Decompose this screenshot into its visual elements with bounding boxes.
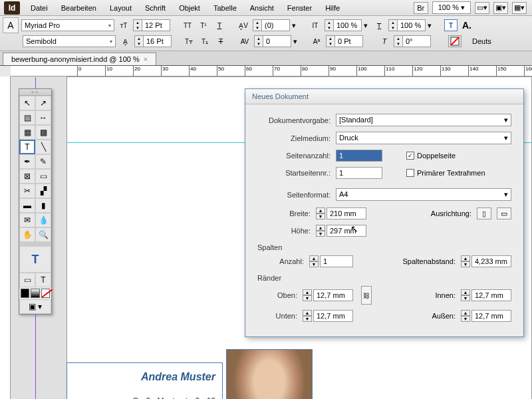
outer-spinner[interactable]: ▲▼: [461, 310, 470, 322]
page-tool[interactable]: ▤: [19, 110, 35, 125]
rectangle-frame-tool[interactable]: ⊠: [19, 169, 35, 184]
line-tool[interactable]: ╲: [35, 140, 51, 154]
baseline-input[interactable]: 0 Pt: [335, 35, 363, 47]
bottom-spinner[interactable]: ▲▼: [303, 310, 312, 322]
menu-schrift[interactable]: Schrift: [138, 1, 172, 15]
eyedropper-tool[interactable]: 💧: [35, 213, 51, 227]
subscript-icon[interactable]: T₁: [198, 35, 211, 47]
kerning-spinner[interactable]: ▲▼: [253, 19, 262, 31]
tracking-input[interactable]: 0: [263, 35, 291, 47]
intent-select[interactable]: Druck▾: [336, 132, 511, 144]
font-family-select[interactable]: Myriad Pro▾: [21, 19, 114, 31]
note-tool[interactable]: ✉: [19, 213, 35, 227]
menu-objekt[interactable]: Objekt: [172, 1, 207, 15]
bridge-icon[interactable]: Br: [414, 2, 428, 14]
arrange-icon[interactable]: ▦▾: [512, 2, 527, 14]
colcount-input[interactable]: [320, 255, 353, 267]
height-input[interactable]: [327, 225, 366, 237]
width-input[interactable]: [327, 207, 366, 219]
smallcaps-icon[interactable]: Tᴛ: [182, 35, 196, 47]
applicant-photo[interactable]: [226, 349, 313, 399]
close-tab-icon[interactable]: ×: [144, 55, 148, 63]
fill-text-icon[interactable]: T: [444, 19, 458, 31]
vertical-ruler[interactable]: [0, 76, 11, 399]
skew-spinner[interactable]: ▲▼: [394, 35, 403, 47]
scissors-tool[interactable]: ✂: [19, 184, 35, 198]
menu-bearbeiten[interactable]: Bearbeiten: [55, 1, 103, 15]
preset-select[interactable]: [Standard]▾: [336, 114, 511, 126]
primary-checkbox[interactable]: Primärer Textrahmen: [406, 169, 485, 177]
pageformat-select[interactable]: A4▾: [336, 188, 511, 201]
panel-grip[interactable]: [19, 89, 51, 96]
view-mode-toggle[interactable]: ▣ ▾: [19, 299, 51, 314]
outer-input[interactable]: [471, 310, 511, 322]
gutter-input[interactable]: [471, 255, 511, 267]
strikethrough-icon[interactable]: T: [214, 35, 227, 47]
portrait-icon[interactable]: ▯: [477, 207, 491, 219]
facing-checkbox[interactable]: ✓Doppelseite: [406, 152, 456, 160]
height-spinner[interactable]: ▲▼: [316, 225, 325, 237]
hscale-input[interactable]: 100 %: [398, 19, 426, 31]
stroke-none-icon[interactable]: [448, 35, 462, 47]
superscript-icon[interactable]: T¹: [197, 19, 210, 31]
font-size-spinner[interactable]: ▲▼: [133, 19, 142, 31]
pen-tool[interactable]: ✒: [19, 154, 35, 169]
menu-fenster[interactable]: Fenster: [281, 1, 319, 15]
apply-gradient-icon[interactable]: [31, 289, 39, 298]
font-weight-select[interactable]: Semibold▾: [23, 35, 116, 47]
character-format-icon[interactable]: A.: [460, 19, 473, 31]
width-spinner[interactable]: ▲▼: [316, 207, 325, 219]
apply-color-icon[interactable]: [21, 289, 29, 298]
top-input[interactable]: [313, 289, 353, 301]
gutter-spinner[interactable]: ▲▼: [461, 255, 470, 267]
screen-mode-icon[interactable]: ▣▾: [493, 2, 508, 14]
rectangle-tool[interactable]: ▭: [35, 169, 51, 184]
menu-hilfe[interactable]: Hilfe: [319, 1, 346, 15]
font-size-input[interactable]: 12 Pt: [142, 19, 170, 31]
text-frame[interactable]: Andrea Muster Große Musterstraße 13: [66, 362, 223, 399]
gradient-swatch-tool[interactable]: ▬: [19, 198, 35, 213]
baseline-spinner[interactable]: ▲▼: [326, 35, 335, 47]
menu-ansicht[interactable]: Ansicht: [243, 1, 281, 15]
leading-input[interactable]: 16 Pt: [144, 35, 172, 47]
type-tool[interactable]: T: [19, 140, 35, 154]
content-collector-tool[interactable]: ▦: [19, 125, 35, 140]
start-input[interactable]: [336, 167, 382, 179]
link-margins-icon[interactable]: ⛓: [361, 286, 372, 305]
view-options-icon[interactable]: ▭▾: [475, 2, 489, 14]
horizontal-ruler[interactable]: 0102030405060708090100110120130140150160…: [11, 66, 532, 76]
colcount-spinner[interactable]: ▲▼: [309, 255, 319, 267]
selection-tool[interactable]: ↖: [19, 96, 35, 110]
bottom-input[interactable]: [313, 310, 353, 322]
vscale-input[interactable]: 100 %: [334, 19, 362, 31]
landscape-icon[interactable]: ▭: [497, 207, 511, 219]
zoom-level[interactable]: 100 % ▾: [432, 1, 471, 14]
free-transform-tool[interactable]: ▞: [35, 184, 51, 198]
fill-stroke-proxy[interactable]: T: [19, 246, 51, 273]
menu-layout[interactable]: Layout: [103, 1, 138, 15]
pages-input[interactable]: [336, 150, 382, 162]
direct-selection-tool[interactable]: ↗: [35, 96, 51, 110]
gradient-feather-tool[interactable]: ▮: [35, 198, 51, 213]
formatting-container-icon[interactable]: ▭: [19, 273, 35, 287]
hscale-spinner[interactable]: ▲▼: [388, 19, 398, 31]
inner-input[interactable]: [471, 289, 511, 301]
tracking-spinner[interactable]: ▲▼: [254, 35, 263, 47]
menu-tabelle[interactable]: Tabelle: [207, 1, 243, 15]
kerning-input[interactable]: (0): [262, 19, 290, 31]
content-placer-tool[interactable]: ▩: [35, 125, 51, 140]
character-mode-icon[interactable]: A: [3, 17, 19, 33]
top-spinner[interactable]: ▲▼: [303, 289, 312, 301]
formatting-text-icon[interactable]: T: [35, 273, 51, 287]
skew-input[interactable]: 0°: [403, 35, 431, 47]
leading-spinner[interactable]: ▲▼: [134, 35, 144, 47]
document-tab[interactable]: bewerbung-anonymisiert.indd @ 100 % ×: [3, 53, 156, 65]
apply-none-icon[interactable]: [41, 289, 50, 298]
allcaps-icon[interactable]: TT: [181, 19, 194, 31]
zoom-tool[interactable]: 🔍: [35, 227, 51, 242]
vscale-spinner[interactable]: ▲▼: [325, 19, 334, 31]
underline-icon[interactable]: T: [213, 19, 226, 31]
inner-spinner[interactable]: ▲▼: [461, 289, 470, 301]
hand-tool[interactable]: ✋: [19, 227, 35, 242]
pencil-tool[interactable]: ✎: [35, 154, 51, 169]
